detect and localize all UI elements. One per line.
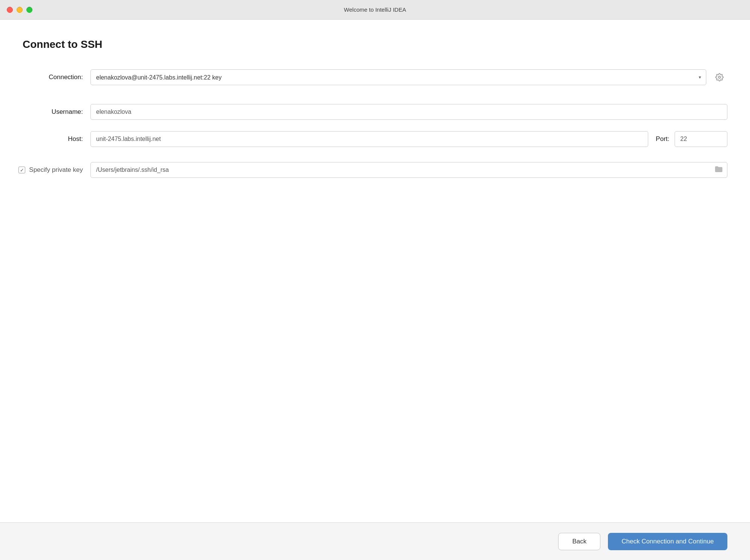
private-key-label[interactable]: Specify private key xyxy=(29,166,83,174)
check-connection-button[interactable]: Check Connection and Continue xyxy=(608,533,727,550)
form-section: Connection: elenakozlova@unit-2475.labs.… xyxy=(23,69,727,189)
svg-point-0 xyxy=(718,76,721,78)
port-input[interactable] xyxy=(675,131,727,147)
username-label: Username: xyxy=(23,108,83,116)
host-input[interactable] xyxy=(90,131,648,147)
connection-row: Connection: elenakozlova@unit-2475.labs.… xyxy=(23,69,727,85)
connection-select-wrapper: elenakozlova@unit-2475.labs.intellij.net… xyxy=(90,69,706,85)
private-key-input[interactable] xyxy=(90,162,727,178)
private-key-input-wrapper xyxy=(90,162,727,178)
title-bar: Welcome to IntelliJ IDEA xyxy=(0,0,750,20)
traffic-lights xyxy=(7,7,32,13)
browse-folder-button[interactable] xyxy=(712,164,725,176)
host-port-row: Host: Port: xyxy=(23,131,727,147)
back-button[interactable]: Back xyxy=(558,533,600,550)
username-row: Username: xyxy=(23,104,727,120)
close-button[interactable] xyxy=(7,7,13,13)
username-input[interactable] xyxy=(90,104,727,120)
maximize-button[interactable] xyxy=(26,7,32,13)
window-title: Welcome to IntelliJ IDEA xyxy=(344,6,406,13)
host-input-wrapper: Port: xyxy=(90,131,727,147)
private-key-checkbox[interactable] xyxy=(18,167,25,173)
connection-select[interactable]: elenakozlova@unit-2475.labs.intellij.net… xyxy=(90,69,706,85)
port-label: Port: xyxy=(656,135,669,143)
connection-label: Connection: xyxy=(23,73,83,81)
host-label: Host: xyxy=(23,135,83,143)
gear-button[interactable] xyxy=(712,69,727,85)
page-title: Connect to SSH xyxy=(23,38,727,50)
private-key-row: Specify private key xyxy=(23,162,727,178)
folder-icon xyxy=(715,166,723,174)
minimize-button[interactable] xyxy=(17,7,23,13)
private-key-checkbox-wrapper: Specify private key xyxy=(23,166,83,174)
gear-icon xyxy=(715,73,724,81)
main-content: Connect to SSH Connection: elenakozlova@… xyxy=(0,20,750,522)
bottom-bar: Back Check Connection and Continue xyxy=(0,522,750,560)
